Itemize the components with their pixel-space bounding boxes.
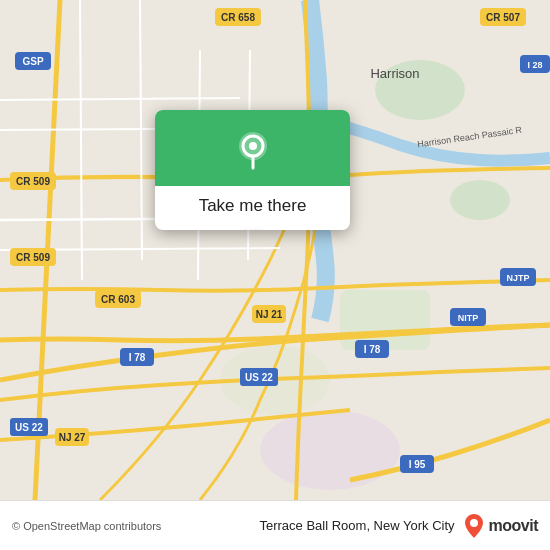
svg-point-54 (249, 142, 257, 150)
map-container[interactable]: CR 658 NJ 21 CR 507 I 28 GSP CR 509 CR 5… (0, 0, 550, 500)
take-me-there-button[interactable]: Take me there (185, 186, 321, 230)
svg-text:CR 509: CR 509 (16, 176, 50, 187)
svg-point-5 (260, 410, 400, 490)
svg-text:US 22: US 22 (245, 372, 273, 383)
svg-text:CR 658: CR 658 (221, 12, 255, 23)
moovit-brand-text: moovit (489, 517, 538, 535)
svg-text:US 22: US 22 (15, 422, 43, 433)
attribution-text: © OpenStreetMap contributors (12, 520, 251, 532)
popup-card: Take me there (155, 110, 350, 230)
svg-text:NITP: NITP (458, 313, 479, 323)
svg-text:GSP: GSP (22, 56, 43, 67)
svg-text:Harrison: Harrison (370, 66, 419, 81)
svg-text:NJ 21: NJ 21 (256, 309, 283, 320)
moovit-pin-icon (463, 513, 485, 539)
moovit-logo: moovit (463, 513, 538, 539)
map-background: CR 658 NJ 21 CR 507 I 28 GSP CR 509 CR 5… (0, 0, 550, 500)
svg-text:CR 507: CR 507 (486, 12, 520, 23)
location-name: Terrace Ball Room, New York City (259, 518, 454, 533)
popup-green-area (155, 110, 350, 186)
svg-text:NJTP: NJTP (506, 273, 529, 283)
svg-text:I 28: I 28 (527, 60, 542, 70)
svg-point-55 (470, 519, 478, 527)
svg-text:CR 603: CR 603 (101, 294, 135, 305)
bottom-bar: © OpenStreetMap contributors Terrace Bal… (0, 500, 550, 550)
location-pin-icon (231, 128, 275, 172)
svg-text:NJ 27: NJ 27 (59, 432, 86, 443)
svg-text:CR 509: CR 509 (16, 252, 50, 263)
svg-text:I 95: I 95 (409, 459, 426, 470)
svg-text:I 78: I 78 (364, 344, 381, 355)
svg-point-2 (450, 180, 510, 220)
svg-text:I 78: I 78 (129, 352, 146, 363)
